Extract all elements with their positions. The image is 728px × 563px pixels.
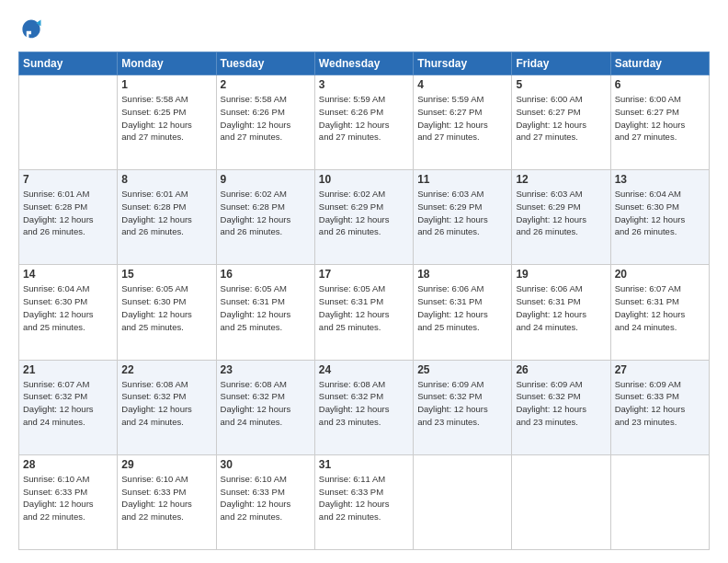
day-info: Sunrise: 6:01 AMSunset: 6:28 PMDaylight:…: [121, 188, 211, 238]
calendar-cell: 19Sunrise: 6:06 AMSunset: 6:31 PMDayligh…: [512, 265, 610, 360]
day-info: Sunrise: 6:05 AMSunset: 6:31 PMDaylight:…: [221, 282, 311, 333]
day-info: Sunrise: 6:00 AMSunset: 6:27 PMDaylight:…: [516, 93, 606, 144]
day-number: 14: [23, 268, 113, 281]
calendar-week-row: 28Sunrise: 6:10 AMSunset: 6:33 PMDayligh…: [19, 454, 710, 549]
calendar-week-row: 7Sunrise: 6:01 AMSunset: 6:28 PMDaylight…: [19, 170, 710, 265]
calendar-cell: 29Sunrise: 6:10 AMSunset: 6:33 PMDayligh…: [118, 454, 216, 549]
day-info: Sunrise: 6:09 AMSunset: 6:32 PMDaylight:…: [516, 378, 606, 429]
calendar-week-row: 21Sunrise: 6:07 AMSunset: 6:32 PMDayligh…: [19, 360, 710, 454]
calendar-cell: 7Sunrise: 6:01 AMSunset: 6:28 PMDaylight…: [19, 170, 118, 265]
day-info: Sunrise: 6:03 AMSunset: 6:29 PMDaylight:…: [417, 188, 507, 238]
calendar-cell: 11Sunrise: 6:03 AMSunset: 6:29 PMDayligh…: [414, 170, 512, 265]
weekday-header: Monday: [118, 52, 216, 75]
weekday-header-row: SundayMondayTuesdayWednesdayThursdayFrid…: [19, 52, 710, 75]
calendar-cell: 15Sunrise: 6:05 AMSunset: 6:30 PMDayligh…: [118, 265, 216, 360]
day-number: 29: [121, 458, 211, 471]
day-number: 1: [121, 78, 211, 91]
calendar-cell: 12Sunrise: 6:03 AMSunset: 6:29 PMDayligh…: [512, 170, 610, 265]
calendar-cell: 27Sunrise: 6:09 AMSunset: 6:33 PMDayligh…: [610, 360, 709, 454]
day-number: 4: [417, 78, 507, 91]
day-info: Sunrise: 6:10 AMSunset: 6:33 PMDaylight:…: [23, 473, 113, 523]
logo-icon: [18, 17, 44, 42]
day-info: Sunrise: 6:00 AMSunset: 6:27 PMDaylight:…: [615, 93, 705, 144]
day-number: 28: [23, 458, 113, 471]
day-number: 11: [417, 173, 507, 186]
day-info: Sunrise: 5:59 AMSunset: 6:27 PMDaylight:…: [417, 93, 507, 144]
day-info: Sunrise: 6:06 AMSunset: 6:31 PMDaylight:…: [417, 282, 507, 333]
day-number: 16: [221, 268, 311, 281]
day-info: Sunrise: 6:07 AMSunset: 6:31 PMDaylight:…: [615, 282, 705, 333]
calendar-cell: 16Sunrise: 6:05 AMSunset: 6:31 PMDayligh…: [216, 265, 314, 360]
calendar-cell: [414, 454, 512, 549]
day-number: 3: [319, 78, 409, 91]
day-info: Sunrise: 6:10 AMSunset: 6:33 PMDaylight:…: [121, 473, 211, 523]
day-number: 5: [516, 78, 606, 91]
calendar-cell: 22Sunrise: 6:08 AMSunset: 6:32 PMDayligh…: [118, 360, 216, 454]
day-info: Sunrise: 6:11 AMSunset: 6:33 PMDaylight:…: [319, 473, 409, 523]
calendar-cell: 6Sunrise: 6:00 AMSunset: 6:27 PMDaylight…: [610, 75, 709, 170]
calendar-cell: 5Sunrise: 6:00 AMSunset: 6:27 PMDaylight…: [512, 75, 610, 170]
day-info: Sunrise: 6:04 AMSunset: 6:30 PMDaylight:…: [23, 282, 113, 333]
day-number: 30: [221, 458, 311, 471]
calendar-page: SundayMondayTuesdayWednesdayThursdayFrid…: [0, 0, 728, 563]
calendar-cell: 25Sunrise: 6:09 AMSunset: 6:32 PMDayligh…: [414, 360, 512, 454]
day-info: Sunrise: 6:08 AMSunset: 6:32 PMDaylight:…: [319, 378, 409, 429]
weekday-header: Thursday: [414, 52, 512, 75]
day-number: 2: [221, 78, 311, 91]
weekday-header: Saturday: [610, 52, 709, 75]
calendar-cell: 21Sunrise: 6:07 AMSunset: 6:32 PMDayligh…: [19, 360, 118, 454]
day-number: 12: [516, 173, 606, 186]
logo: [18, 17, 48, 42]
day-info: Sunrise: 6:05 AMSunset: 6:30 PMDaylight:…: [121, 282, 211, 333]
day-number: 23: [221, 363, 311, 376]
day-number: 7: [23, 173, 113, 186]
day-number: 17: [319, 268, 409, 281]
calendar-cell: 14Sunrise: 6:04 AMSunset: 6:30 PMDayligh…: [19, 265, 118, 360]
calendar-cell: 18Sunrise: 6:06 AMSunset: 6:31 PMDayligh…: [414, 265, 512, 360]
day-info: Sunrise: 6:10 AMSunset: 6:33 PMDaylight:…: [221, 473, 311, 523]
calendar-cell: 30Sunrise: 6:10 AMSunset: 6:33 PMDayligh…: [216, 454, 314, 549]
calendar-cell: 13Sunrise: 6:04 AMSunset: 6:30 PMDayligh…: [610, 170, 709, 265]
calendar-week-row: 14Sunrise: 6:04 AMSunset: 6:30 PMDayligh…: [19, 265, 710, 360]
calendar-cell: [19, 75, 118, 170]
calendar-cell: 1Sunrise: 5:58 AMSunset: 6:25 PMDaylight…: [118, 75, 216, 170]
day-info: Sunrise: 5:58 AMSunset: 6:26 PMDaylight:…: [221, 93, 311, 144]
calendar-cell: 23Sunrise: 6:08 AMSunset: 6:32 PMDayligh…: [216, 360, 314, 454]
day-number: 13: [615, 173, 705, 186]
day-info: Sunrise: 6:09 AMSunset: 6:33 PMDaylight:…: [615, 378, 705, 429]
day-info: Sunrise: 6:09 AMSunset: 6:32 PMDaylight:…: [417, 378, 507, 429]
weekday-header: Wednesday: [314, 52, 413, 75]
day-number: 18: [417, 268, 507, 281]
page-header: [18, 17, 710, 42]
weekday-header: Friday: [512, 52, 610, 75]
weekday-header: Sunday: [19, 52, 118, 75]
day-info: Sunrise: 6:02 AMSunset: 6:28 PMDaylight:…: [221, 188, 311, 238]
day-info: Sunrise: 6:07 AMSunset: 6:32 PMDaylight:…: [23, 378, 113, 429]
day-number: 15: [121, 268, 211, 281]
calendar-cell: [610, 454, 709, 549]
day-number: 31: [319, 458, 409, 471]
calendar-cell: 31Sunrise: 6:11 AMSunset: 6:33 PMDayligh…: [314, 454, 413, 549]
day-number: 8: [121, 173, 211, 186]
day-info: Sunrise: 6:03 AMSunset: 6:29 PMDaylight:…: [516, 188, 606, 238]
day-number: 10: [319, 173, 409, 186]
day-info: Sunrise: 6:04 AMSunset: 6:30 PMDaylight:…: [615, 188, 705, 238]
calendar-cell: 26Sunrise: 6:09 AMSunset: 6:32 PMDayligh…: [512, 360, 610, 454]
day-number: 27: [615, 363, 705, 376]
calendar-cell: 8Sunrise: 6:01 AMSunset: 6:28 PMDaylight…: [118, 170, 216, 265]
calendar-cell: 24Sunrise: 6:08 AMSunset: 6:32 PMDayligh…: [314, 360, 413, 454]
day-number: 19: [516, 268, 606, 281]
day-info: Sunrise: 6:05 AMSunset: 6:31 PMDaylight:…: [319, 282, 409, 333]
calendar-cell: 10Sunrise: 6:02 AMSunset: 6:29 PMDayligh…: [314, 170, 413, 265]
calendar-week-row: 1Sunrise: 5:58 AMSunset: 6:25 PMDaylight…: [19, 75, 710, 170]
day-info: Sunrise: 6:02 AMSunset: 6:29 PMDaylight:…: [319, 188, 409, 238]
calendar-cell: 4Sunrise: 5:59 AMSunset: 6:27 PMDaylight…: [414, 75, 512, 170]
day-number: 21: [23, 363, 113, 376]
day-info: Sunrise: 6:08 AMSunset: 6:32 PMDaylight:…: [221, 378, 311, 429]
day-number: 6: [615, 78, 705, 91]
calendar-table: SundayMondayTuesdayWednesdayThursdayFrid…: [18, 52, 710, 550]
day-info: Sunrise: 6:08 AMSunset: 6:32 PMDaylight:…: [121, 378, 211, 429]
day-number: 9: [221, 173, 311, 186]
day-number: 22: [121, 363, 211, 376]
day-info: Sunrise: 5:58 AMSunset: 6:25 PMDaylight:…: [121, 93, 211, 144]
